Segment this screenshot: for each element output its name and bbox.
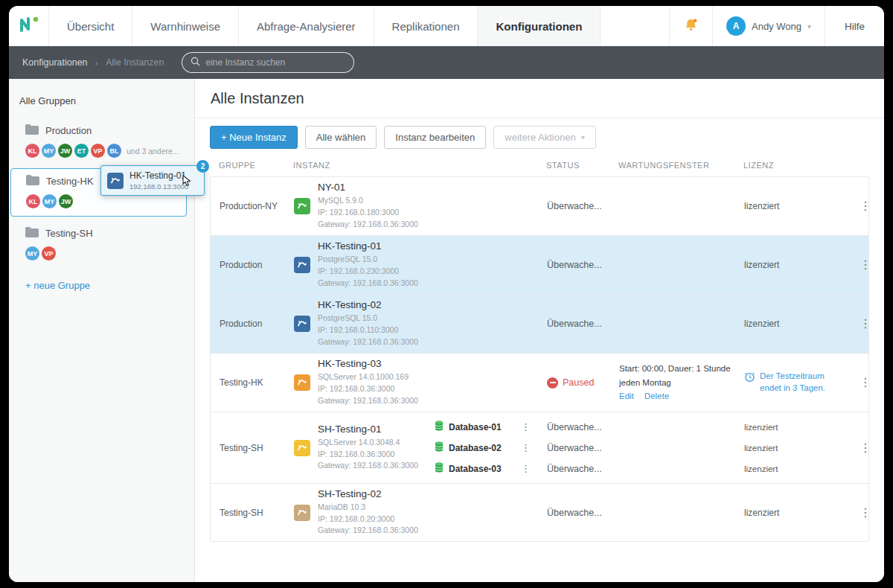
avatar: VP	[42, 246, 56, 261]
table-row-hk-testing-01[interactable]: Production HK-Testing-01 PostgreSQL 15.0…	[211, 236, 868, 295]
database-row[interactable]: Database-03 ⋮ Überwache... lizenziert	[434, 458, 855, 479]
instance-version: PostgreSQL 15.0	[318, 313, 418, 325]
table-header: GRUPPE INSTANZ STATUS WARTUNGSFENSTER LI…	[210, 161, 869, 176]
instance-name: HK-Testing-01	[318, 240, 418, 252]
group-testing-sh[interactable]: Testing-SH MY VP	[9, 221, 194, 268]
group-members: KL MY JW ET VP BL und 3 andere...	[25, 144, 187, 158]
breadcrumb-bar: Konfigurationen › Alle Instanzen	[9, 46, 884, 79]
new-instance-button[interactable]: + Neue Instanz	[210, 126, 298, 149]
row-group: Production-NY	[220, 201, 294, 211]
paused-label: Paused	[563, 377, 594, 388]
maintenance-day: jeden Montag	[619, 376, 744, 389]
database-row[interactable]: Database-01 ⋮ Überwache... lizenziert	[434, 417, 855, 438]
edit-instance-button[interactable]: Instanz bearbeiten	[384, 126, 486, 149]
nav-item-replikationen[interactable]: Replikationen	[374, 6, 478, 46]
chevron-down-icon: ▾	[581, 133, 585, 141]
sqlserver-icon	[294, 374, 310, 391]
row-menu-kebab-icon[interactable]: ⋮	[855, 504, 876, 522]
breadcrumb-alle-instanzen: Alle Instanzen	[106, 57, 164, 68]
nav-item-warnhinweise[interactable]: Warnhinweise	[132, 6, 239, 46]
mariadb-icon	[294, 505, 310, 521]
page-title: Alle Instanzen	[211, 90, 304, 107]
toolbar: + Neue Instanz Alle wählen Instanz bearb…	[210, 126, 869, 149]
database-menu-kebab-icon[interactable]: ⋮	[521, 463, 531, 474]
top-navigation: Übersicht Warnhinweise Abfrage-Analysier…	[9, 6, 884, 46]
col-header-lizenz: LIZENZ	[743, 161, 854, 170]
instance-search[interactable]	[182, 52, 354, 73]
instance-name: SH-Testing-01	[318, 424, 418, 435]
drag-card-address: 192.168.0.13:3000	[129, 182, 188, 191]
app-window: Übersicht Warnhinweise Abfrage-Analysier…	[9, 6, 884, 582]
sqlserver-icon	[294, 440, 310, 456]
table-row-sh-testing-01[interactable]: Testing-SH SH-Testing-01 SQLServer 14.0.…	[211, 412, 868, 484]
row-menu-kebab-icon[interactable]: ⋮	[855, 439, 876, 457]
row-menu-kebab-icon[interactable]: ⋮	[855, 256, 876, 274]
table-row-hk-testing-02[interactable]: Production HK-Testing-02 PostgreSQL 15.0…	[211, 295, 868, 354]
row-menu-kebab-icon[interactable]: ⋮	[855, 315, 876, 333]
group-more-members: und 3 andere...	[127, 147, 179, 156]
instance-version: MariaDB 10.3	[318, 502, 418, 514]
avatar: KL	[25, 144, 39, 158]
database-menu-kebab-icon[interactable]: ⋮	[521, 442, 531, 453]
table-row-hk-testing-03[interactable]: Testing-HK HK-Testing-03 SQLServer 14.0.…	[211, 354, 868, 412]
instance-version: SQLServer 14.0.3048.4	[318, 437, 418, 449]
col-header-wartungsfenster: WARTUNGSFENSTER	[618, 161, 743, 170]
database-license: lizenziert	[744, 464, 855, 473]
drag-ghost-card[interactable]: HK-Testing-01 192.168.0.13:3000 2	[100, 165, 205, 196]
maintenance-delete-link[interactable]: Delete	[644, 389, 669, 403]
select-all-button[interactable]: Alle wählen	[305, 126, 377, 149]
app-logo[interactable]	[9, 6, 49, 46]
row-group: Production	[220, 260, 294, 270]
table-row-ny-01[interactable]: Production-NY NY-01 MySQL 5.9.0 IP: 192.…	[211, 177, 868, 236]
row-menu-kebab-icon[interactable]: ⋮	[855, 374, 876, 392]
nav-label: Übersicht	[67, 20, 114, 33]
row-license: lizenziert	[744, 201, 855, 211]
database-row[interactable]: Database-02 ⋮ Überwache... lizenziert	[434, 438, 855, 458]
alarm-clock-icon	[744, 371, 755, 383]
database-name: Database-03	[449, 464, 502, 474]
avatar: JW	[58, 144, 72, 158]
group-members: MY VP	[25, 246, 187, 261]
nav-label: Warnhinweise	[150, 20, 220, 33]
row-status: Überwache...	[547, 319, 619, 329]
database-license: lizenziert	[744, 444, 855, 453]
database-menu-kebab-icon[interactable]: ⋮	[521, 421, 531, 432]
row-group: Testing-SH	[220, 508, 294, 518]
breadcrumb-konfigurationen[interactable]: Konfigurationen	[22, 57, 88, 68]
database-status: Überwache...	[547, 422, 619, 432]
more-actions-button[interactable]: weitere Aktionen ▾	[493, 126, 595, 149]
avatar: ET	[74, 144, 89, 158]
notifications-button[interactable]	[669, 6, 712, 46]
nav-item-konfigurationen[interactable]: Konfigurationen	[478, 6, 601, 46]
postgresql-icon	[294, 257, 310, 273]
drag-count-badge: 2	[196, 160, 209, 173]
user-menu[interactable]: A Andy Wong ▾	[712, 6, 825, 46]
instance-gateway: Gateway: 192.168.0.36:3000	[318, 460, 418, 472]
instance-gateway: Gateway: 192.168.0.36:3000	[318, 219, 418, 231]
instance-ip: IP: 192.168.0.20:3000	[318, 514, 418, 525]
nav-item-uebersicht[interactable]: Übersicht	[49, 6, 132, 46]
row-group: Testing-HK	[220, 377, 294, 388]
folder-icon	[25, 227, 39, 240]
new-group-button[interactable]: + neue Gruppe	[25, 280, 194, 291]
instance-ip: IP: 192.168.0.36:3000	[318, 383, 418, 395]
database-license: lizenziert	[744, 423, 855, 432]
nav-item-abfrage-analysierer[interactable]: Abfrage-Analysierer	[239, 6, 374, 46]
search-input[interactable]	[205, 57, 345, 68]
row-status: Überwache...	[547, 508, 619, 518]
col-header-gruppe: GRUPPE	[219, 161, 293, 170]
group-production[interactable]: Production KL MY JW ET VP BL und 3 ander…	[9, 118, 194, 165]
instance-name: HK-Testing-03	[318, 358, 418, 369]
user-avatar: A	[726, 16, 746, 36]
avatar: KL	[26, 194, 40, 208]
group-name: Production	[45, 125, 92, 136]
maintenance-edit-link[interactable]: Edit	[619, 389, 634, 403]
instance-name: NY-01	[318, 182, 418, 193]
instance-gateway: Gateway: 192.168.0.36:3000	[318, 525, 418, 537]
database-name: Database-01	[449, 422, 502, 432]
row-menu-kebab-icon[interactable]: ⋮	[855, 197, 876, 215]
avatar: JW	[59, 194, 73, 208]
table-row-sh-testing-02[interactable]: Testing-SH SH-Testing-02 MariaDB 10.3 IP…	[211, 484, 868, 541]
folder-icon	[25, 124, 39, 137]
help-button[interactable]: Hilfe	[825, 6, 884, 46]
